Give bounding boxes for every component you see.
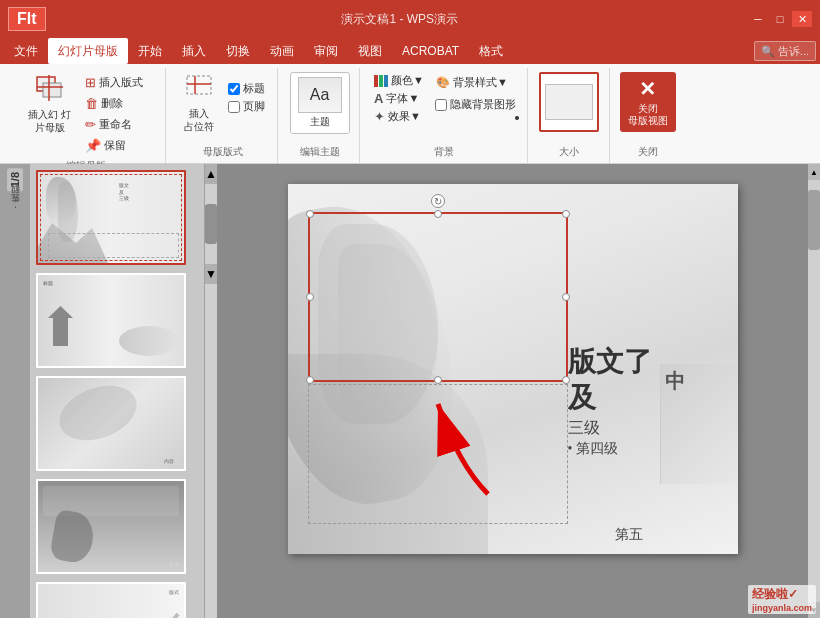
dialog-launcher[interactable]: [515, 116, 519, 120]
search-box[interactable]: 🔍 告诉...: [754, 41, 816, 61]
scroll-track: [205, 204, 217, 244]
insert-layout-icon: ⊞: [85, 75, 96, 90]
rename-button[interactable]: ✏ 重命名: [80, 114, 148, 134]
main-area: 1/8 首先，我们 1 版文及三级: [0, 164, 820, 618]
close-button[interactable]: ✕: [792, 11, 812, 27]
master-layout-checks: 标题 页脚: [225, 72, 268, 115]
menu-bar: 文件 幻灯片母版 开始 插入 切换 动画 审阅 视图 ACROBAT 格式 🔍 …: [0, 38, 820, 64]
window-title: 演示文稿1 - WPS演示: [52, 11, 748, 28]
menu-format[interactable]: 格式: [469, 38, 513, 64]
slide-thumbnail-1[interactable]: 版文及三级: [36, 170, 186, 265]
thumb5-bg: 版式: [38, 584, 184, 618]
slide-thumb-4[interactable]: 文字: [36, 479, 198, 574]
preserve-icon: 📌: [85, 138, 101, 153]
menu-transition[interactable]: 切换: [216, 38, 260, 64]
maximize-button[interactable]: □: [770, 11, 790, 27]
ribbon-group-close: ✕ 关闭母版视图 关闭: [612, 68, 684, 163]
slide-thumb-1[interactable]: 1 版文及三级: [36, 170, 198, 265]
ribbon-group-edit-master: 插入幻 灯片母版 ⊞ 插入版式 🗑 删除 ✏ 重命名 📌 保留: [6, 68, 166, 163]
colors-button[interactable]: 颜色▼: [370, 72, 428, 89]
thumb2-mist: [119, 326, 179, 356]
bg-style-label: 背景样式▼: [453, 75, 508, 90]
canvas-scroll-thumb[interactable]: [808, 190, 820, 250]
text-placeholder: [308, 384, 568, 524]
menu-view[interactable]: 视图: [348, 38, 392, 64]
insert-layout-button[interactable]: ⊞ 插入版式: [80, 72, 148, 92]
side-label: 首先，我们: [9, 201, 22, 210]
slide-canvas[interactable]: ↻: [288, 184, 738, 554]
close-label: 关闭: [620, 143, 676, 159]
scroll-up-button[interactable]: ▲: [205, 164, 217, 184]
watermark-subtext: jingyanla.com: [752, 603, 812, 613]
close-master-view-button[interactable]: ✕ 关闭母版视图: [620, 72, 676, 132]
theme-preview: Aa: [298, 77, 342, 113]
menu-file[interactable]: 文件: [4, 38, 48, 64]
menu-start[interactable]: 开始: [128, 38, 172, 64]
watermark-text: 经验啦✓: [752, 586, 812, 603]
hide-bg-label: 隐藏背景图形: [450, 97, 516, 112]
panel-scrollbar[interactable]: ▲ ▼: [205, 164, 217, 618]
scroll-down-button[interactable]: ▼: [205, 264, 217, 284]
title-bar: FIt 演示文稿1 - WPS演示 ─ □ ✕: [0, 0, 820, 38]
insert-slide-master-icon: [35, 73, 65, 106]
canvas-scrollbar[interactable]: ▲ ▼: [808, 164, 820, 618]
text-line-5: 第五: [615, 526, 643, 544]
scroll-thumb[interactable]: [205, 204, 217, 244]
slide-thumb-3[interactable]: 内容: [36, 376, 198, 471]
ribbon-group-size: 大小: [530, 68, 610, 163]
watermark: 经验啦✓ jingyanla.com: [748, 585, 816, 614]
ribbon-group-background: 颜色▼ A 字体▼ ✦ 效果▼ 🎨 背景样式▼ 隐藏背景图形: [362, 68, 528, 163]
effects-button[interactable]: ✦ 效果▼: [370, 108, 428, 125]
colors-swatch: [374, 75, 388, 87]
thumb1-bg: 版文及三级: [38, 172, 184, 263]
canvas-with-scrollbar: ↻: [217, 164, 820, 618]
menu-acrobat[interactable]: ACROBAT: [392, 38, 469, 64]
thumb4-text: 文字: [169, 561, 179, 567]
background-style-button[interactable]: 🎨 背景样式▼: [432, 74, 519, 91]
slide-thumbnail-4[interactable]: 文字: [36, 479, 186, 574]
theme-button[interactable]: Aa 主题: [290, 72, 350, 134]
slide-thumbnail-2[interactable]: 标题: [36, 273, 186, 368]
close-master-label: 关闭母版视图: [628, 103, 668, 127]
effects-label: 效果▼: [388, 109, 421, 124]
app-logo: FIt: [8, 7, 46, 31]
minimize-button[interactable]: ─: [748, 11, 768, 27]
window-controls: ─ □ ✕: [748, 11, 812, 27]
right-img-text: 中: [661, 364, 738, 399]
background-content: 颜色▼ A 字体▼ ✦ 效果▼ 🎨 背景样式▼ 隐藏背景图形: [370, 68, 519, 143]
slide-thumbnail-3[interactable]: 内容: [36, 376, 186, 471]
background-left-col: 颜色▼ A 字体▼ ✦ 效果▼: [370, 72, 428, 125]
slide-thumb-2[interactable]: 标题: [36, 273, 198, 368]
menu-review[interactable]: 审阅: [304, 38, 348, 64]
insert-placeholder-button[interactable]: 插入占位符: [177, 72, 221, 134]
menu-slide-master[interactable]: 幻灯片母版: [48, 38, 128, 64]
slide-thumbnail-5[interactable]: 版式: [36, 582, 186, 618]
slide-size-preview: [545, 84, 593, 120]
menu-insert[interactable]: 插入: [172, 38, 216, 64]
slide-size-button[interactable]: [539, 72, 599, 132]
fonts-button[interactable]: A 字体▼: [370, 90, 428, 107]
menu-animation[interactable]: 动画: [260, 38, 304, 64]
slide-canvas-container: ↻: [217, 164, 808, 618]
ribbon: 插入幻 灯片母版 ⊞ 插入版式 🗑 删除 ✏ 重命名 📌 保留: [0, 64, 820, 164]
insert-placeholder-icon: [185, 74, 213, 105]
thumb3-bg: 内容: [38, 378, 184, 469]
hide-bg-check[interactable]: 隐藏背景图形: [432, 96, 519, 113]
slide-thumb-5[interactable]: 版式: [36, 582, 198, 618]
bg-style-icon: 🎨: [436, 76, 450, 89]
delete-button[interactable]: 🗑 删除: [80, 93, 148, 113]
background-right-col: 🎨 背景样式▼ 隐藏背景图形: [432, 72, 519, 120]
edit-master-col: ⊞ 插入版式 🗑 删除 ✏ 重命名 📌 保留: [80, 72, 148, 155]
footer-check[interactable]: 页脚: [225, 98, 268, 115]
slide-panel[interactable]: 1 版文及三级: [30, 164, 205, 618]
fonts-label: 字体▼: [386, 91, 419, 106]
slide-count-indicator: 1/8: [7, 168, 23, 191]
thumb1-selection: [40, 174, 182, 261]
canvas-scroll-up[interactable]: ▲: [808, 164, 820, 180]
title-check[interactable]: 标题: [225, 80, 268, 97]
ribbon-group-edit-theme: Aa 主题 编辑主题: [280, 68, 360, 163]
insert-slide-master-button[interactable]: 插入幻 灯片母版: [24, 72, 76, 134]
thumb2-bg: 标题: [38, 275, 184, 366]
preserve-button[interactable]: 📌 保留: [80, 135, 148, 155]
edit-theme-label: 编辑主题: [288, 143, 351, 159]
